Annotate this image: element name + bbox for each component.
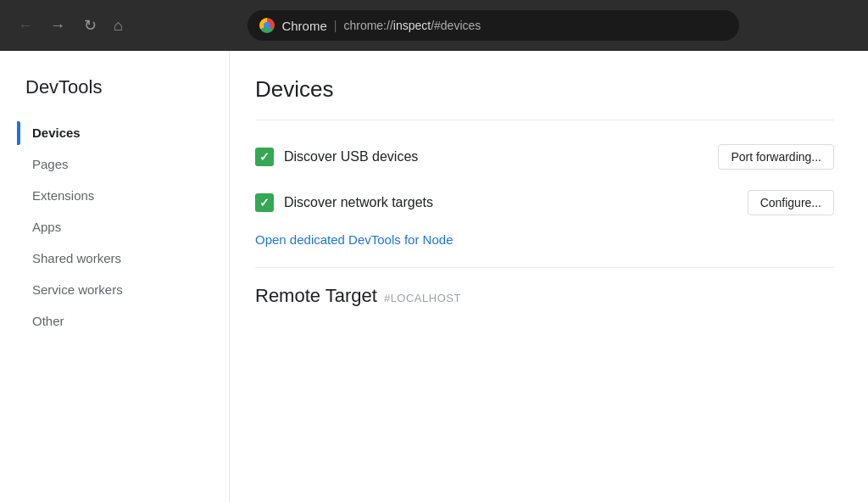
sidebar-link-other[interactable]: Other bbox=[25, 307, 212, 335]
usb-checkbox[interactable] bbox=[255, 148, 274, 166]
url-inspect: inspect bbox=[393, 19, 431, 32]
main-layout: DevTools Devices Pages Extensions Apps S… bbox=[0, 51, 868, 502]
usb-option-row: Discover USB devices Port forwarding... bbox=[255, 134, 834, 180]
chrome-logo-icon bbox=[259, 18, 275, 33]
sidebar-link-service-workers[interactable]: Service workers bbox=[25, 276, 212, 304]
network-label: Discover network targets bbox=[284, 195, 433, 210]
sidebar-nav: Devices Pages Extensions Apps Shared wor… bbox=[25, 119, 212, 335]
forward-button[interactable]: → bbox=[46, 14, 70, 37]
sidebar-link-pages[interactable]: Pages bbox=[25, 150, 212, 178]
reload-button[interactable]: ↻ bbox=[78, 14, 102, 37]
port-forwarding-button[interactable]: Port forwarding... bbox=[718, 144, 834, 170]
sidebar-item-other[interactable]: Other bbox=[25, 307, 212, 335]
browser-chrome-bar: ← → ↻ ⌂ Chrome | chrome://inspect/#devic… bbox=[0, 0, 868, 51]
sidebar-title: DevTools bbox=[25, 76, 212, 98]
sidebar-link-devices[interactable]: Devices bbox=[25, 119, 212, 147]
configure-button[interactable]: Configure... bbox=[748, 190, 834, 215]
network-checkbox[interactable] bbox=[255, 193, 274, 212]
sidebar-item-apps[interactable]: Apps bbox=[25, 213, 212, 241]
usb-label: Discover USB devices bbox=[284, 149, 418, 165]
sidebar-item-pages[interactable]: Pages bbox=[25, 150, 212, 178]
sidebar-item-devices[interactable]: Devices bbox=[25, 119, 212, 147]
usb-option-left: Discover USB devices bbox=[255, 148, 418, 166]
network-option-left: Discover network targets bbox=[255, 193, 433, 212]
sidebar-link-shared-workers[interactable]: Shared workers bbox=[25, 244, 212, 272]
home-button[interactable]: ⌂ bbox=[114, 17, 123, 35]
sidebar-item-extensions[interactable]: Extensions bbox=[25, 181, 212, 209]
app-name: Chrome bbox=[281, 19, 326, 33]
back-button[interactable]: ← bbox=[14, 14, 37, 37]
address-text: Chrome | chrome://inspect/#devices bbox=[281, 19, 481, 33]
sidebar: DevTools Devices Pages Extensions Apps S… bbox=[0, 51, 229, 502]
address-divider: | bbox=[334, 19, 337, 32]
sidebar-link-extensions[interactable]: Extensions bbox=[25, 181, 212, 209]
remote-target-header: Remote Target #LOCALHOST bbox=[255, 285, 834, 307]
page-title: Devices bbox=[255, 76, 834, 103]
address-url: chrome://inspect/#devices bbox=[343, 19, 481, 32]
nav-buttons: ← → ↻ ⌂ bbox=[14, 14, 123, 37]
sidebar-item-shared-workers[interactable]: Shared workers bbox=[25, 244, 212, 272]
remote-target-subtitle: #LOCALHOST bbox=[384, 292, 461, 304]
devtools-node-link[interactable]: Open dedicated DevTools for Node bbox=[255, 226, 453, 254]
sidebar-link-apps[interactable]: Apps bbox=[25, 213, 212, 241]
bottom-divider bbox=[255, 267, 834, 268]
address-bar[interactable]: Chrome | chrome://inspect/#devices bbox=[248, 10, 739, 41]
network-option-row: Discover network targets Configure... bbox=[255, 180, 834, 226]
remote-target-title: Remote Target bbox=[255, 285, 377, 307]
remote-target-section: Remote Target #LOCALHOST bbox=[255, 285, 834, 307]
content-panel: Devices Discover USB devices Port forwar… bbox=[229, 51, 868, 502]
top-divider bbox=[255, 120, 834, 120]
sidebar-item-service-workers[interactable]: Service workers bbox=[25, 276, 212, 304]
